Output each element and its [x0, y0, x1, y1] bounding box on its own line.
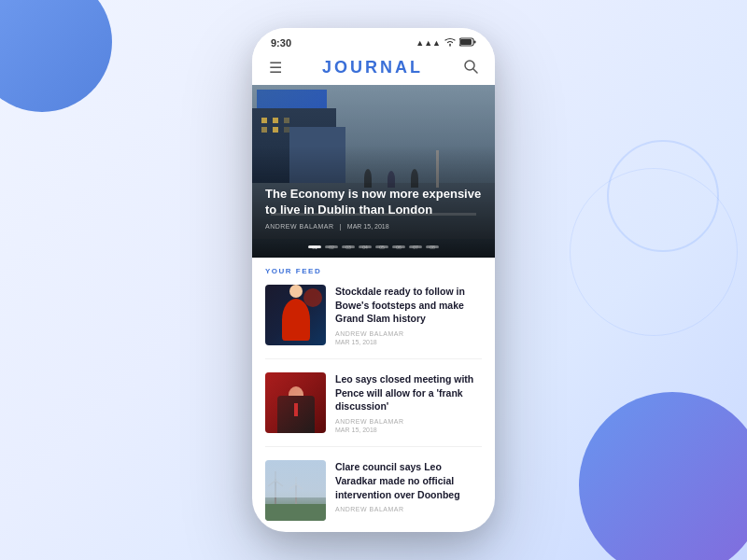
feed-content-1: Stockdale ready to follow in Bowe's foot… [335, 285, 482, 345]
status-icons: ▲▲▲ [416, 37, 476, 49]
feed-label: YOUR FEED [265, 267, 482, 275]
bg-circle-mid-right2 [570, 168, 738, 336]
rugby-head [289, 285, 303, 298]
feed-thumb-2 [265, 372, 326, 433]
hero-separator: | [340, 223, 342, 230]
dot-6[interactable]: 06 [392, 245, 405, 248]
feed-content-2: Leo says closed meeting with Pence will … [335, 372, 482, 433]
bg-blob-top-left [0, 0, 112, 112]
hero-image-container[interactable]: The Economy is now more expensive to liv… [252, 85, 495, 258]
hero-date: MAR 15, 2018 [347, 223, 389, 230]
dot-2[interactable]: 02 [325, 245, 338, 248]
signal-icon: ▲▲▲ [416, 38, 441, 48]
feed-item-1[interactable]: Stockdale ready to follow in Bowe's foot… [265, 285, 482, 359]
pagination-dots: 01 02 03 04 05 06 07 08 [308, 245, 439, 248]
nav-bar: ☰ JOURNAL [252, 54, 495, 85]
svg-rect-1 [460, 39, 472, 45]
hero-meta: ANDREW BALAMAR | MAR 15, 2018 [265, 223, 482, 230]
feed-author-2: ANDREW BALAMAR [335, 418, 482, 425]
status-bar: 9:30 ▲▲▲ [252, 28, 495, 54]
feed-section: YOUR FEED Stockdale ready to follow in B… [252, 258, 495, 532]
phone-frame: 9:30 ▲▲▲ ☰ JOURNAL [252, 28, 495, 532]
hero-title: The Economy is now more expensive to liv… [265, 186, 482, 218]
feed-title-1: Stockdale ready to follow in Bowe's foot… [335, 285, 482, 326]
feed-item-2[interactable]: Leo says closed meeting with Pence will … [265, 372, 482, 447]
feed-title-2: Leo says closed meeting with Pence will … [335, 372, 482, 413]
svg-line-4 [473, 69, 477, 73]
hero-author: ANDREW BALAMAR [265, 223, 334, 230]
hero-text-area: The Economy is now more expensive to liv… [265, 186, 482, 230]
dot-1[interactable]: 01 [308, 245, 321, 248]
feed-date-1: MAR 15, 2018 [335, 339, 482, 345]
app-logo: JOURNAL [322, 58, 423, 77]
feed-item-3[interactable]: Clare council says Leo Varadkar made no … [265, 460, 482, 532]
dot-5[interactable]: 05 [375, 245, 388, 248]
hamburger-menu-icon[interactable]: ☰ [269, 59, 282, 77]
dot-7[interactable]: 07 [409, 245, 422, 248]
feed-content-3: Clare council says Leo Varadkar made no … [335, 460, 482, 521]
search-icon[interactable] [463, 59, 478, 77]
battery-icon [459, 37, 476, 49]
dot-8[interactable]: 08 [426, 245, 439, 248]
bg-blob-bottom-right [579, 392, 747, 560]
dot-4[interactable]: 04 [359, 245, 372, 248]
building-lights [261, 118, 291, 133]
dot-3[interactable]: 03 [342, 245, 355, 248]
feed-author-1: ANDREW BALAMAR [335, 330, 482, 337]
feed-thumb-1 [265, 285, 326, 345]
wifi-icon [444, 37, 456, 49]
feed-author-3: ANDREW BALAMAR [335, 506, 482, 512]
feed-title-3: Clare council says Leo Varadkar made no … [335, 460, 482, 501]
rugby-figure [282, 299, 310, 341]
feed-date-2: MAR 15, 2018 [335, 427, 482, 433]
status-time: 9:30 [271, 37, 291, 49]
feed-thumb-3 [265, 460, 326, 521]
svg-rect-2 [474, 41, 476, 44]
